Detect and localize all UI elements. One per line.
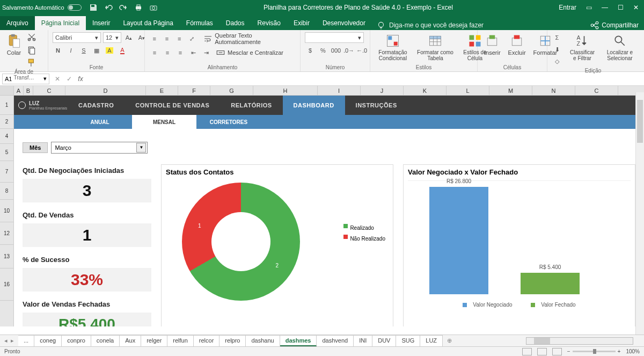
fill-icon[interactable]: ⬇: [552, 44, 562, 55]
font-size-combo[interactable]: 12▾: [103, 32, 121, 43]
subnav-item[interactable]: ANUAL: [68, 115, 132, 129]
align-right-icon[interactable]: ≡: [175, 47, 186, 58]
add-sheet-button[interactable]: ⊕: [443, 337, 456, 344]
row-header[interactable]: 13: [0, 245, 13, 268]
redo-icon[interactable]: [119, 3, 128, 12]
sheet-tab[interactable]: relfun: [167, 335, 194, 346]
format-table-button[interactable]: Formatar como Tabela: [414, 32, 456, 62]
col-header[interactable]: K: [404, 86, 447, 95]
italic-icon[interactable]: I: [65, 45, 76, 56]
tell-me-search[interactable]: Diga-me o que você deseja fazer: [376, 20, 484, 30]
tab-review[interactable]: Revisão: [251, 16, 287, 30]
decrease-decimal-icon[interactable]: ←.0: [356, 45, 367, 56]
vertical-scrollbar[interactable]: [635, 92, 644, 335]
fx-icon[interactable]: fx: [75, 75, 86, 83]
tab-formulas[interactable]: Fórmulas: [180, 16, 219, 30]
autosave-toggle[interactable]: Salvamento Automático: [2, 4, 82, 11]
col-header[interactable]: F: [178, 86, 210, 95]
align-top-icon[interactable]: ≡: [149, 33, 159, 44]
undo-icon[interactable]: [104, 3, 113, 12]
page-layout-icon[interactable]: [537, 348, 547, 355]
sheet-tab[interactable]: conpro: [62, 335, 91, 346]
sheet-tab[interactable]: relcor: [194, 335, 220, 346]
sheet-nav-arrows[interactable]: ◂▸: [0, 337, 18, 344]
sheet-tab[interactable]: dashvend: [317, 335, 354, 346]
subnav-item[interactable]: CORRETORES: [196, 115, 261, 129]
close-icon[interactable]: ✕: [633, 4, 639, 11]
col-header[interactable]: E: [146, 86, 178, 95]
accept-formula-icon[interactable]: ✓: [63, 75, 75, 83]
copy-icon[interactable]: [27, 45, 36, 55]
border-icon[interactable]: ▦: [91, 45, 102, 56]
row-header[interactable]: 16: [0, 268, 13, 301]
row-header[interactable]: 2: [0, 115, 13, 129]
worksheet[interactable]: LUZPlanilhas Empresariais CADASTROCONTRO…: [14, 96, 644, 326]
nav-item[interactable]: CADASTRO: [68, 96, 125, 115]
nav-item[interactable]: CONTROLE DE VENDAS: [125, 96, 220, 115]
tab-insert[interactable]: Inserir: [86, 16, 116, 30]
currency-icon[interactable]: $: [305, 45, 316, 56]
col-header[interactable]: A: [14, 86, 24, 95]
sheet-tab[interactable]: DUV: [372, 335, 396, 346]
sheet-tab[interactable]: dashanu: [246, 335, 280, 346]
increase-decimal-icon[interactable]: .0→: [343, 45, 354, 56]
row-header[interactable]: 5: [0, 144, 13, 161]
col-header[interactable]: H: [253, 86, 318, 95]
share-button[interactable]: Compartilhar: [590, 20, 639, 30]
normal-view-icon[interactable]: [522, 348, 532, 355]
row-header[interactable]: 1: [0, 96, 13, 115]
comma-icon[interactable]: 000: [331, 45, 341, 56]
underline-icon[interactable]: S: [78, 45, 89, 56]
row-header[interactable]: 7: [0, 161, 13, 183]
cancel-formula-icon[interactable]: ✕: [52, 75, 63, 83]
sheet-tab[interactable]: SUG: [396, 335, 420, 346]
increase-indent-icon[interactable]: ⇥: [201, 47, 211, 58]
nav-item[interactable]: INSTRUÇÕES: [345, 96, 408, 115]
bold-icon[interactable]: N: [53, 45, 63, 56]
sheet-tab[interactable]: dashmes: [280, 335, 317, 346]
wrap-text-button[interactable]: Quebrar Texto Automaticamente: [203, 32, 296, 45]
name-box[interactable]: A1▾: [2, 74, 49, 84]
toggle-icon[interactable]: [68, 4, 82, 11]
conditional-format-button[interactable]: Formatação Condicional: [375, 32, 411, 62]
align-left-icon[interactable]: ≡: [149, 47, 160, 58]
tab-view[interactable]: Exibir: [287, 16, 316, 30]
row-header[interactable]: 10: [0, 200, 13, 222]
sheet-tab[interactable]: INI: [354, 335, 372, 346]
tab-file[interactable]: Arquivo: [0, 16, 35, 30]
clear-icon[interactable]: ◇: [552, 56, 562, 67]
insert-cells-button[interactable]: Inserir: [482, 32, 503, 57]
sheet-tab[interactable]: Aux: [120, 335, 141, 346]
format-painter-icon[interactable]: [27, 58, 36, 68]
signin-button[interactable]: Entrar: [559, 4, 576, 11]
percent-icon[interactable]: %: [318, 45, 328, 56]
align-middle-icon[interactable]: ≡: [162, 33, 172, 44]
delete-cells-button[interactable]: Excluir: [506, 32, 528, 57]
nav-item[interactable]: RELATÓRIOS: [220, 96, 282, 115]
autosum-icon[interactable]: Σ: [552, 32, 562, 43]
col-header[interactable]: G: [210, 86, 253, 95]
sheet-tab[interactable]: relpro: [219, 335, 246, 346]
number-format-combo[interactable]: ▾: [305, 32, 364, 43]
horizontal-scrollbar[interactable]: [526, 337, 633, 345]
col-header[interactable]: C: [575, 86, 618, 95]
minimize-icon[interactable]: ―: [602, 4, 608, 11]
fill-color-icon[interactable]: A: [104, 45, 115, 56]
sort-filter-button[interactable]: AZClassificar e Filtrar: [566, 32, 599, 62]
font-color-icon[interactable]: A: [117, 45, 128, 56]
camera-icon[interactable]: [149, 3, 158, 12]
formula-input[interactable]: [86, 74, 644, 84]
merge-center-button[interactable]: Mesclar e Centralizar: [216, 48, 283, 57]
tab-layout[interactable]: Layout da Página: [116, 16, 179, 30]
col-header[interactable]: N: [532, 86, 575, 95]
maximize-icon[interactable]: ☐: [618, 4, 624, 11]
subnav-item[interactable]: MENSAL: [132, 115, 196, 129]
font-name-combo[interactable]: Calibri▾: [53, 32, 101, 43]
decrease-indent-icon[interactable]: ⇤: [188, 47, 199, 58]
zoom-slider[interactable]: −+100%: [567, 348, 640, 354]
col-header[interactable]: B: [24, 86, 33, 95]
col-header[interactable]: I: [318, 86, 361, 95]
month-dropdown[interactable]: Março ▼: [51, 142, 148, 154]
col-header[interactable]: D: [65, 86, 146, 95]
row-header[interactable]: 4: [0, 129, 13, 144]
